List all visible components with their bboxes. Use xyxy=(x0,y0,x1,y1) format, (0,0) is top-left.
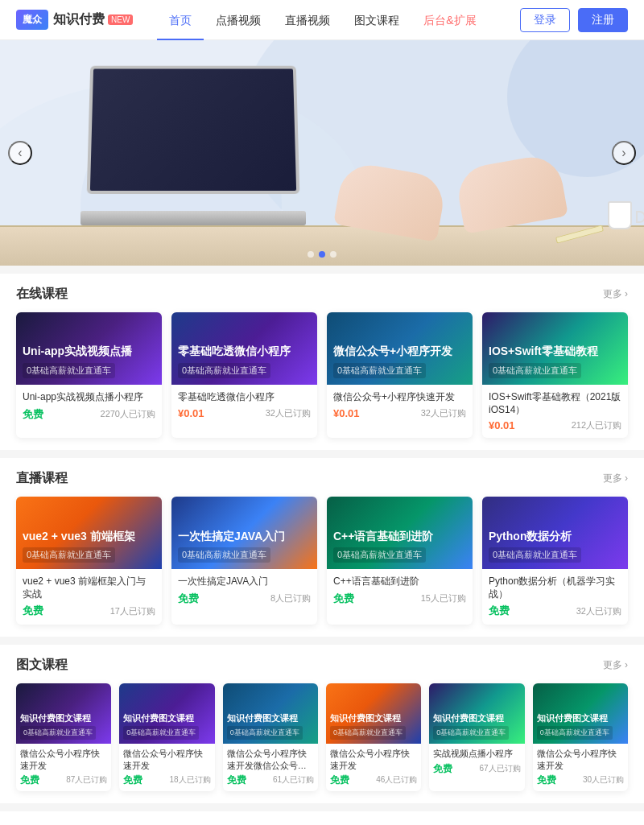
text-course-name: 微信公众号小程序快速开发 xyxy=(123,748,210,771)
header: 魔众 知识付费 NEW 首页 点播视频 直播视频 图文课程 后台&扩展 登录 注… xyxy=(0,0,644,40)
course-name: 零基础吃透微信小程序 xyxy=(178,391,311,404)
logo-text: 知识付费 xyxy=(53,11,105,28)
course-card[interactable]: Uni-app实战视频点播 0基础高薪就业直通车 Uni-app实战视频点播小程… xyxy=(16,312,162,438)
course-price: 免费 xyxy=(178,592,199,606)
live-courses-more[interactable]: 更多 › xyxy=(603,472,628,485)
text-course-name: 微信公众号小程序快速开发 xyxy=(537,748,624,771)
course-price: 免费 xyxy=(333,592,354,606)
text-course-students: 87人已订购 xyxy=(66,774,107,786)
banner-dot-2[interactable] xyxy=(319,251,325,258)
header-right: 登录 注册 xyxy=(520,8,628,32)
course-students: 32人已订购 xyxy=(266,407,311,419)
text-course-price: 免费 xyxy=(227,773,246,787)
course-name: Uni-app实战视频点播小程序 xyxy=(23,391,155,404)
text-courses-header: 图文课程 更多 › xyxy=(16,657,628,674)
text-course-students: 46人已订购 xyxy=(376,774,417,786)
course-price: ¥0.01 xyxy=(333,407,360,419)
logo[interactable]: 魔众 知识付费 NEW xyxy=(16,10,133,30)
banner-prev-button[interactable]: ‹ xyxy=(8,141,32,165)
live-courses-header: 直播课程 更多 › xyxy=(16,470,628,487)
course-card[interactable]: 一次性搞定JAVA入门 0基础高薪就业直通车 一次性搞定JAVA入门 免费 8人… xyxy=(171,497,317,625)
course-price: ¥0.01 xyxy=(178,407,204,419)
text-course-students: 61人已订购 xyxy=(273,774,314,786)
banner-dot-3[interactable] xyxy=(330,251,336,258)
login-button[interactable]: 登录 xyxy=(520,8,570,32)
course-students: 212人已订购 xyxy=(572,419,621,431)
course-students: 2270人已订购 xyxy=(101,408,155,420)
text-course-card[interactable]: 知识付费图文课程 0基础高薪就业直通车 微信公众号小程序快速开发 免费 46人已… xyxy=(326,683,421,791)
text-course-card[interactable]: 知识付费图文课程 0基础高薪就业直通车 微信公众号小程序快速开发 免费 18人已… xyxy=(119,683,214,791)
hand-right xyxy=(454,152,568,233)
text-course-card[interactable]: 知识付费图文课程 0基础高薪就业直通车 微信公众号小程序快速开发微信公众号小程序… xyxy=(223,683,318,791)
nav-home[interactable]: 首页 xyxy=(157,0,204,40)
course-price: 免费 xyxy=(23,407,43,422)
text-course-students: 30人已订购 xyxy=(583,774,624,786)
online-courses-header: 在线课程 更多 › xyxy=(16,286,628,303)
text-courses-section: 图文课程 更多 › 知识付费图文课程 0基础高薪就业直通车 微信公众号小程序快速… xyxy=(0,645,644,803)
course-name: IOS+Swift零基础教程（2021版iOS14） xyxy=(489,391,621,416)
logo-badge: NEW xyxy=(108,14,133,25)
online-courses-grid: Uni-app实战视频点播 0基础高薪就业直通车 Uni-app实战视频点播小程… xyxy=(16,312,628,438)
live-courses-section: 直播课程 更多 › vue2 + vue3 前端框架 0基础高薪就业直通车 vu… xyxy=(0,458,644,637)
course-name: vue2 + vue3 前端框架入门与实战 xyxy=(23,575,155,600)
nav-vod[interactable]: 点播视频 xyxy=(204,0,273,40)
course-students: 8人已订购 xyxy=(270,592,311,604)
text-course-price: 免费 xyxy=(20,773,39,787)
text-course-name: 实战视频点播小程序 xyxy=(433,748,520,759)
coffee-cup xyxy=(608,193,636,229)
text-course-card[interactable]: 知识付费图文课程 0基础高薪就业直通车 微信公众号小程序快速开发 免费 30人已… xyxy=(533,683,628,791)
course-price: 免费 xyxy=(23,604,43,618)
text-courses-title: 图文课程 xyxy=(16,657,68,674)
nav-text[interactable]: 图文课程 xyxy=(342,0,411,40)
live-courses-title: 直播课程 xyxy=(16,470,68,487)
course-price: 免费 xyxy=(489,604,510,618)
course-students: 17人已订购 xyxy=(110,605,155,617)
text-course-price: 免费 xyxy=(433,762,452,776)
course-card[interactable]: C++语言基础到进阶 0基础高薪就业直通车 C++语言基础到进阶 免费 15人已… xyxy=(327,497,473,625)
banner-laptop xyxy=(80,89,338,250)
course-card[interactable]: Python数据分析 0基础高薪就业直通车 Python数据分析（机器学习实战）… xyxy=(482,497,628,625)
course-card[interactable]: vue2 + vue3 前端框架 0基础高薪就业直通车 vue2 + vue3 … xyxy=(16,497,162,625)
text-course-name: 微信公众号小程序快速开发 xyxy=(330,748,417,771)
banner-person xyxy=(314,89,596,266)
course-students: 15人已订购 xyxy=(421,592,466,604)
text-course-price: 免费 xyxy=(123,773,142,787)
course-name: 一次性搞定JAVA入门 xyxy=(178,575,311,588)
text-course-students: 18人已订购 xyxy=(170,774,211,786)
banner-dots xyxy=(308,251,336,258)
course-students: 32人已订购 xyxy=(576,605,621,617)
course-name: 微信公众号+小程序快速开发 xyxy=(333,391,466,404)
course-price: ¥0.01 xyxy=(489,419,515,431)
text-course-students: 67人已订购 xyxy=(480,763,521,774)
text-courses-grid: 知识付费图文课程 0基础高薪就业直通车 微信公众号小程序快速开发 免费 87人已… xyxy=(16,683,628,791)
course-students: 32人已订购 xyxy=(421,407,466,419)
nav-admin[interactable]: 后台&扩展 xyxy=(411,0,488,40)
text-course-price: 免费 xyxy=(330,773,349,787)
banner: ‹ › xyxy=(0,40,644,266)
laptop-base xyxy=(80,211,306,225)
partners-section: 合作伙伴 ModStart魔众HUAWEI阿里云腾讯云百度智能云 xyxy=(0,811,644,825)
course-card[interactable]: 零基础吃透微信小程序 0基础高薪就业直通车 零基础吃透微信小程序 ¥0.01 3… xyxy=(171,312,317,438)
text-course-card[interactable]: 知识付费图文课程 0基础高薪就业直通车 微信公众号小程序快速开发 免费 87人已… xyxy=(16,683,111,791)
banner-next-button[interactable]: › xyxy=(612,141,636,165)
course-name: C++语言基础到进阶 xyxy=(333,575,466,588)
logo-icon: 魔众 xyxy=(16,10,48,30)
course-card[interactable]: 微信公众号+小程序开发 0基础高薪就业直通车 微信公众号+小程序快速开发 ¥0.… xyxy=(327,312,473,438)
online-courses-section: 在线课程 更多 › Uni-app实战视频点播 0基础高薪就业直通车 Uni-a… xyxy=(0,274,644,450)
banner-dot-1[interactable] xyxy=(308,251,314,258)
online-courses-title: 在线课程 xyxy=(16,286,68,303)
text-course-name: 微信公众号小程序快速开发微信公众号小程序快速 xyxy=(227,748,314,771)
text-course-card[interactable]: 知识付费图文课程 0基础高薪就业直通车 实战视频点播小程序 免费 67人已订购 xyxy=(429,683,524,791)
course-card[interactable]: IOS+Swift零基础教程 0基础高薪就业直通车 IOS+Swift零基础教程… xyxy=(482,312,628,438)
laptop-screen xyxy=(87,66,300,194)
text-courses-more[interactable]: 更多 › xyxy=(603,658,628,672)
text-course-name: 微信公众号小程序快速开发 xyxy=(20,748,107,771)
nav-live[interactable]: 直播视频 xyxy=(273,0,342,40)
live-courses-grid: vue2 + vue3 前端框架 0基础高薪就业直通车 vue2 + vue3 … xyxy=(16,497,628,625)
online-courses-more[interactable]: 更多 › xyxy=(603,287,628,301)
text-course-price: 免费 xyxy=(537,773,556,787)
register-button[interactable]: 注册 xyxy=(578,8,628,32)
main-nav: 首页 点播视频 直播视频 图文课程 后台&扩展 xyxy=(157,0,520,40)
hand-left xyxy=(333,160,448,241)
course-name: Python数据分析（机器学习实战） xyxy=(489,575,621,600)
